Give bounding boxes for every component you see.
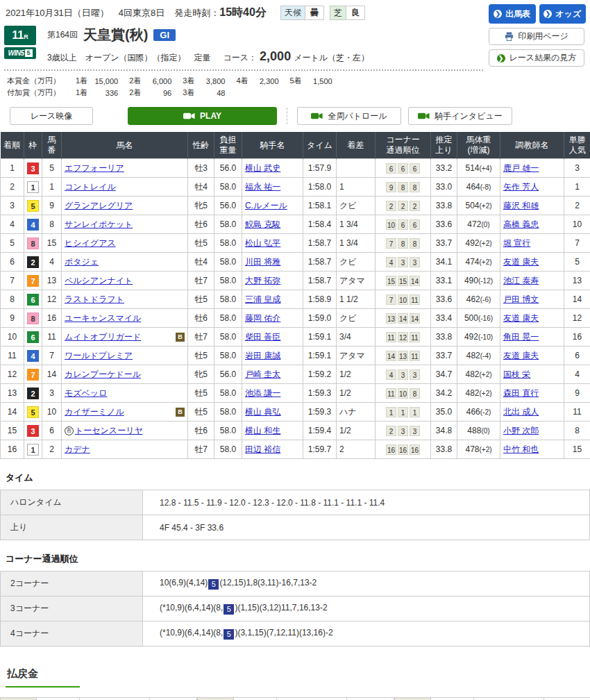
horse-name-link[interactable]: ポタジェ <box>65 256 99 268</box>
payout-table: 枠連1-3400円2番人気ワイド1-5170円2番人気5-9200円3番人気1-… <box>197 697 394 700</box>
horse-name-link[interactable]: ユーキャンスマイル <box>65 312 141 324</box>
odds-button[interactable]: ❯オッズ <box>539 4 587 24</box>
jockey-name-link[interactable]: 田辺 裕信 <box>245 444 280 454</box>
jockey-name-link[interactable]: C.ルメール <box>245 201 287 210</box>
jockey-name-link[interactable]: 柴田 善臣 <box>245 332 280 342</box>
result-row: 8612ラストドラフト牡558.0三浦 皇成1:58.91 1/27101133… <box>1 290 590 309</box>
trainer-name-link[interactable]: 戸田 博文 <box>503 294 539 304</box>
sex-age: 牡4 <box>188 178 214 197</box>
trainer-name-link[interactable]: 矢作 芳人 <box>503 182 539 192</box>
dotted-separator <box>4 69 483 71</box>
horse-name-link[interactable]: グランアレグリア <box>65 200 133 212</box>
horse-number: 6 <box>42 422 62 440</box>
trainer-name-link[interactable]: 高橋 義忠 <box>503 219 539 229</box>
horse-name-link[interactable]: ラストドラフト <box>65 294 124 306</box>
horse-name-link[interactable]: ムイトオブリガード <box>65 331 141 343</box>
jockey-interview-button[interactable]: 騎手インタビュー <box>408 107 512 125</box>
trainer-name-link[interactable]: 友道 康夫 <box>503 257 539 267</box>
horse-weight-diff: (+2) <box>479 202 491 210</box>
jockey-name-link[interactable]: 大野 拓弥 <box>245 276 280 285</box>
horse-number: 16 <box>42 309 62 328</box>
patrol-video-button[interactable]: 全周パトロール <box>297 107 401 125</box>
horse-name-link[interactable]: カデナ <box>65 444 90 456</box>
trainer-name-link[interactable]: 友道 康夫 <box>503 351 539 360</box>
trainer-name-link[interactable]: 藤沢 和雄 <box>503 201 539 210</box>
course-detail: メートル（芝・左） <box>294 52 369 64</box>
video-button-row: レース映像 PLAY 全周パトロール 騎手インタビュー <box>0 107 590 125</box>
horse-name-link[interactable]: コントレイル <box>65 181 116 193</box>
jockey-name-link[interactable]: 池添 謙一 <box>245 388 280 398</box>
horse-name-link[interactable]: カレンブーケドール <box>65 369 141 381</box>
play-button[interactable]: PLAY <box>128 107 277 125</box>
results-column-header: 馬 番 <box>42 132 62 159</box>
race-video-button[interactable]: レース映像 <box>10 107 93 125</box>
shutsuba-button[interactable]: ❯出馬表 <box>489 4 536 24</box>
trainer-name-link[interactable]: 小野 次郎 <box>503 426 539 435</box>
last-3f-time: 33.8 <box>431 328 457 347</box>
horse-weight: 462(-6) <box>457 290 500 309</box>
arrow-circle-icon: ❯ <box>543 10 552 18</box>
horse-name-wrap: ポタジェ <box>65 256 185 268</box>
print-page-button[interactable]: 印刷用ページ <box>489 28 584 45</box>
horse-weight-value: 472 <box>467 219 481 229</box>
win-popularity: 9 <box>564 384 590 403</box>
result-guide-button[interactable]: ❯ レース結果の見方 <box>489 49 584 67</box>
jockey-name-link[interactable]: 横山 武史 <box>245 163 280 173</box>
prize-place-label: 2着 <box>119 87 142 99</box>
horse-name-link[interactable]: ペルシアンナイト <box>65 275 133 287</box>
trainer-name-link[interactable]: 国枝 栄 <box>503 369 530 379</box>
horse-name-link[interactable]: ワールドプレミア <box>65 350 133 362</box>
frame-number-badge: 3 <box>27 162 39 174</box>
jockey-name-link[interactable]: 福永 祐一 <box>245 182 280 192</box>
horse-number: 13 <box>42 272 62 290</box>
corner-position-box: 16 <box>410 444 420 455</box>
trainer-cell: 鹿戸 雄一 <box>500 159 564 178</box>
horse-name-link[interactable]: エフフォーリア <box>65 162 124 174</box>
jockey-name-link[interactable]: 三浦 皇成 <box>245 294 280 304</box>
bet-type-label: 単勝 <box>1 698 37 700</box>
payout-row: 単勝5340円3番人気 <box>1 698 197 700</box>
finish-time: 1:58.4 <box>303 215 337 234</box>
corner-position-box: 8 <box>398 238 408 249</box>
trainer-name-link[interactable]: 森田 直行 <box>503 388 539 398</box>
horse-name-link[interactable]: カイザーミノル <box>65 406 124 418</box>
trainer-cell: 友道 康夫 <box>500 309 564 328</box>
trainer-name-link[interactable]: 中竹 和也 <box>503 444 539 454</box>
trainer-name-link[interactable]: 北出 成人 <box>503 407 539 417</box>
corner-position-box: 13 <box>398 351 408 361</box>
jockey-name-link[interactable]: 藤岡 佑介 <box>245 313 280 323</box>
horse-weight: 478(+2) <box>457 440 500 459</box>
horse-name-link[interactable]: トーセンスーリヤ <box>75 425 143 437</box>
winner-highlight: 5 <box>208 579 219 590</box>
result-row: 135エフフォーリア牡356.0横山 武史1:57.966633.2514(+4… <box>1 159 590 178</box>
win-popularity: 12 <box>564 309 590 328</box>
carried-weight: 58.0 <box>214 253 242 272</box>
jockey-name-link[interactable]: 横山 和生 <box>245 426 280 435</box>
trainer-name-link[interactable]: 鹿戸 雄一 <box>503 163 539 173</box>
jockey-name-link[interactable]: 川田 将雅 <box>245 257 280 267</box>
jockey-name-link[interactable]: 戸崎 圭太 <box>245 369 280 379</box>
horse-number: 7 <box>42 347 62 365</box>
shutsuba-button-label: 出馬表 <box>505 8 530 20</box>
guide-button-label: レース結果の見方 <box>509 52 577 64</box>
horse-weight: 488(0) <box>457 422 500 440</box>
trainer-name-link[interactable]: 友道 康夫 <box>503 313 539 323</box>
trainer-name-link[interactable]: 堀 宣行 <box>503 238 530 248</box>
result-row: 10611ムイトオブリガードB牡758.0柴田 善臣1:59.13/411121… <box>1 328 590 347</box>
corner-position-box: 7 <box>386 294 396 305</box>
last-3f-time: 34.1 <box>431 253 457 272</box>
weather-value: 曇 <box>305 6 323 19</box>
jockey-name-link[interactable]: 横山 典弘 <box>245 407 280 417</box>
jockey-name-link[interactable]: 岩田 康誠 <box>245 351 280 360</box>
corner-position-box: 10 <box>398 294 408 305</box>
frame-cell: 8 <box>24 309 42 328</box>
race-conditions: 3歳以上 オープン（国際）（指定） 定量 <box>47 52 211 64</box>
frame-cell: 4 <box>24 347 42 365</box>
trainer-name-link[interactable]: 角田 晃一 <box>503 332 539 342</box>
horse-name-link[interactable]: サンレイポケット <box>65 219 133 231</box>
jockey-name-link[interactable]: 松山 弘平 <box>245 238 280 248</box>
trainer-name-link[interactable]: 池江 泰寿 <box>503 276 539 285</box>
horse-name-link[interactable]: ヒシイグアス <box>65 238 116 249</box>
jockey-name-link[interactable]: 鮫島 克駿 <box>245 219 280 229</box>
horse-name-link[interactable]: モズベッロ <box>65 388 107 399</box>
